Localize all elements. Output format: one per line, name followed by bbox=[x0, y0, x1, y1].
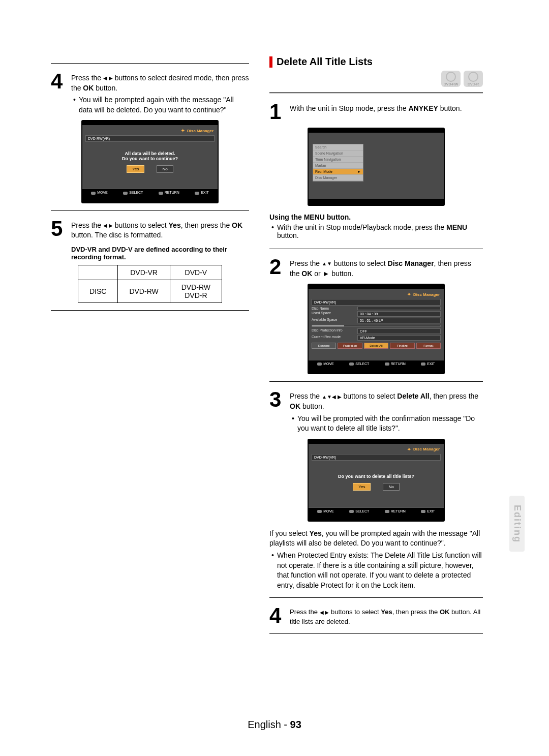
step-5-left: 5 Press the ◀ ▶ buttons to select Yes, t… bbox=[51, 218, 249, 240]
format-table: DVD-VR DVD-V DISC DVD-RW DVD-RWDVD-R bbox=[78, 265, 222, 303]
section-heading: Delete All Title Lists bbox=[269, 56, 483, 68]
post-step3-text: If you select Yes, you will be prompted … bbox=[269, 529, 483, 591]
osd-anykey-menu: Search Scene Navigation Time Navigation … bbox=[308, 128, 445, 206]
step-2-right: 2 Press the ▲▼ buttons to select Disc Ma… bbox=[269, 256, 483, 279]
disc-badges: DVD-RW DVD-R bbox=[269, 71, 483, 87]
osd-disc-manager: Disc Manager DVD-RW(VR) Disc Name Used S… bbox=[308, 284, 445, 374]
arrows-icon: ▲▼◀ ▶ bbox=[322, 394, 342, 401]
up-down-icon: ▲▼ bbox=[322, 260, 332, 267]
osd-confirm-format: Disc Manager DVD-RW(VR) All data will be… bbox=[81, 120, 219, 203]
step-3-right: 3 Press the ▲▼◀ ▶ buttons to select Dele… bbox=[269, 389, 483, 433]
section-side-tab: Editing bbox=[509, 496, 525, 552]
step-number: 5 bbox=[51, 218, 66, 240]
osd-yes-button[interactable]: Yes bbox=[127, 165, 144, 173]
page-number: 93 bbox=[290, 719, 301, 730]
right-column: Delete All Title Lists DVD-RW DVD-R 1 Wi… bbox=[269, 56, 483, 641]
space-bar bbox=[312, 325, 441, 327]
badge-dvd-r: DVD-R bbox=[464, 71, 483, 87]
left-right-icon: ◀ ▶ bbox=[320, 609, 329, 616]
osd-no-button[interactable]: No bbox=[383, 483, 399, 491]
osd-yes-button[interactable]: Yes bbox=[353, 483, 371, 491]
left-right-icon: ◀ ▶ bbox=[103, 222, 113, 229]
osd-menu-list: Search Scene Navigation Time Navigation … bbox=[313, 144, 363, 182]
using-menu-heading: Using the MENU button. bbox=[269, 213, 483, 221]
step-number: 4 bbox=[51, 71, 66, 115]
page-footer: English - 93 bbox=[0, 719, 549, 731]
osd-no-button[interactable]: No bbox=[157, 165, 173, 173]
left-right-icon: ◀ ▶ bbox=[103, 75, 113, 82]
osd-confirm-delete-all: Disc Manager DVD-RW(VR) Do you want to d… bbox=[308, 439, 445, 522]
section-bar-icon bbox=[269, 56, 272, 68]
step-1-right: 1 With the unit in Stop mode, press the … bbox=[269, 101, 483, 123]
step-4-left: 4 Press the ◀ ▶ buttons to select desire… bbox=[51, 71, 249, 115]
badge-dvd-rw: DVD-RW bbox=[441, 71, 461, 87]
left-column: 4 Press the ◀ ▶ buttons to select desire… bbox=[51, 56, 249, 641]
step-4-right: 4 Press the ◀ ▶ buttons to select Yes, t… bbox=[269, 605, 483, 626]
format-note: DVD-VR and DVD-V are defined according t… bbox=[71, 246, 249, 261]
